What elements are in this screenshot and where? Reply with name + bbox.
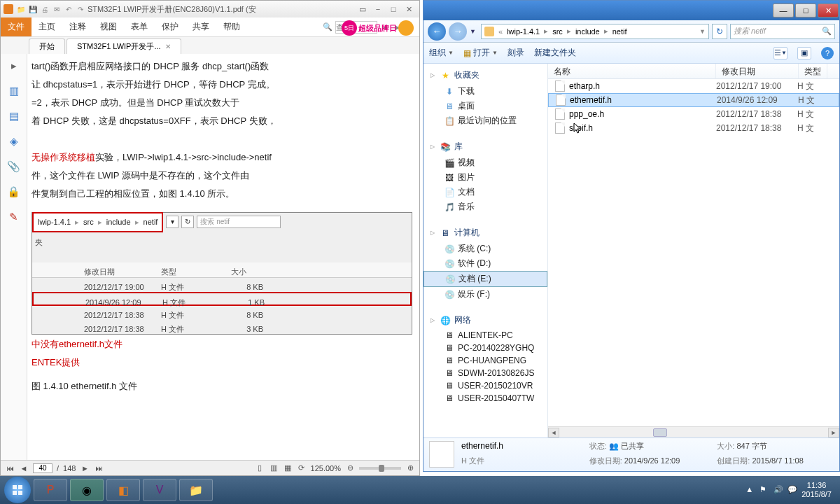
tree-pictures[interactable]: 🖼图片 xyxy=(424,170,547,185)
menu-share[interactable]: 共享 xyxy=(186,18,216,36)
close-button[interactable]: ✕ xyxy=(818,4,839,18)
preview-pane-button[interactable]: ▣ xyxy=(797,47,811,59)
undo-icon[interactable]: ↶ xyxy=(64,4,74,14)
prev-page-icon[interactable]: ◄ xyxy=(19,463,29,473)
close-button[interactable]: ✕ xyxy=(401,3,416,15)
tab-start[interactable]: 开始 xyxy=(29,38,65,54)
skin-icon[interactable]: ▭ xyxy=(355,3,370,15)
tree-drive-e[interactable]: 💿文档 (E:) xyxy=(424,271,547,287)
tree-net-5[interactable]: 🖥USER-20150407TW xyxy=(424,392,547,405)
pdf-content[interactable]: tart()函数开启相应网络接口的 DHCP 服务 dhcp_start()函数… xyxy=(27,54,419,460)
layout-single-icon[interactable]: ▯ xyxy=(255,463,265,473)
menu-help[interactable]: 帮助 xyxy=(216,18,247,36)
file-row[interactable]: slipif.h2012/12/17 18:38H 文 xyxy=(548,121,839,135)
scroll-left-icon[interactable]: ◄ xyxy=(548,428,559,438)
zoom-in-icon[interactable]: ⊕ xyxy=(405,463,415,473)
taskbar[interactable]: P ◉ ◧ V 📁 ▲ ⚑ 🔊 💬 11:36 2015/8/7 xyxy=(0,476,840,504)
tree-net-3[interactable]: 🖥SDWM-20130826JS xyxy=(424,367,547,379)
layout-rotate-icon[interactable]: ⟳ xyxy=(297,463,307,473)
tree-drive-f[interactable]: 💿娱乐 (F:) xyxy=(424,287,547,302)
search-box[interactable]: 搜索 netif🔍 xyxy=(730,24,835,39)
horizontal-scrollbar[interactable]: ◄ ► xyxy=(548,426,839,438)
explorer-titlebar[interactable]: — □ ✕ xyxy=(424,1,839,20)
minimize-button[interactable]: — xyxy=(773,4,794,18)
menu-protect[interactable]: 保护 xyxy=(155,18,186,36)
tree-favorites[interactable]: ▷★收藏夹 xyxy=(424,66,547,84)
sign-icon[interactable]: ✎ xyxy=(8,211,20,223)
print-icon[interactable]: 🖨 xyxy=(40,4,50,14)
file-row-selected[interactable]: ethernetif.h2014/9/26 12:09H 文 xyxy=(548,93,839,107)
scroll-right-icon[interactable]: ► xyxy=(828,428,839,438)
crumb-dropdown-icon[interactable]: ▼ xyxy=(699,28,706,35)
file-list[interactable]: 名称 修改日期 类型 etharp.h2012/12/17 19:00H 文 e… xyxy=(548,64,839,438)
expand-icon[interactable]: ▸ xyxy=(8,59,20,72)
lock-icon[interactable]: 🔒 xyxy=(8,186,20,198)
menu-form[interactable]: 表单 xyxy=(124,18,155,36)
layers-icon[interactable]: ◈ xyxy=(8,135,20,148)
system-tray[interactable]: ▲ ⚑ 🔊 💬 11:36 2015/8/7 xyxy=(746,481,836,499)
tree-downloads[interactable]: ⬇下载 xyxy=(424,84,547,99)
column-headers[interactable]: 名称 修改日期 类型 xyxy=(548,64,839,79)
tree-libraries[interactable]: ▷📚库 xyxy=(424,138,547,155)
history-dropdown-icon[interactable]: ▼ xyxy=(470,28,478,35)
tree-computer[interactable]: ▷🖥计算机 xyxy=(424,224,547,241)
open-icon[interactable]: 📁 xyxy=(16,4,26,14)
tab-close-icon[interactable]: ✕ xyxy=(165,43,171,50)
tray-up-icon[interactable]: ▲ xyxy=(746,485,755,495)
tree-net-4[interactable]: 🖥USER-20150210VR xyxy=(424,379,547,392)
tree-documents[interactable]: 📄文档 xyxy=(424,185,547,200)
menu-view[interactable]: 视图 xyxy=(93,18,124,36)
tree-music[interactable]: 🎵音乐 xyxy=(424,200,547,214)
taskbar-app-green[interactable]: ◉ xyxy=(70,479,104,501)
bookmark-icon[interactable]: ▥ xyxy=(8,85,20,97)
attach-icon[interactable]: 📎 xyxy=(8,160,20,173)
zoom-slider[interactable] xyxy=(359,467,401,470)
redo-icon[interactable]: ↷ xyxy=(76,4,85,14)
maximize-button[interactable]: □ xyxy=(386,3,401,15)
refresh-button[interactable]: ↻ xyxy=(712,24,727,39)
tree-net-0[interactable]: 🖥ALIENTEK-PC xyxy=(424,329,547,342)
crumb-1[interactable]: src xyxy=(550,27,566,36)
tree-videos[interactable]: 🎬视频 xyxy=(424,155,547,170)
last-page-icon[interactable]: ⏭ xyxy=(94,463,104,473)
breadcrumb[interactable]: « lwip-1.4.1▸ src▸ include▸ netif ▼ xyxy=(481,24,709,39)
menu-home[interactable]: 主页 xyxy=(31,18,62,36)
tree-desktop[interactable]: 🖥桌面 xyxy=(424,99,547,113)
pdf-titlebar[interactable]: 📁 💾 🖨 ✉ ↶ ↷ STM32F1 LWIP开发手册(ENC28J60)V1… xyxy=(1,1,419,18)
layout-facing-icon[interactable]: ▦ xyxy=(283,463,293,473)
view-mode-button[interactable]: ☰ ▼ xyxy=(774,47,788,59)
taskbar-foxit[interactable]: ◧ xyxy=(106,479,140,501)
promo-banner[interactable]: 5日 超级品牌日 xyxy=(342,20,414,36)
nav-tree[interactable]: ▷★收藏夹 ⬇下载 🖥桌面 📋最近访问的位置 ▷📚库 🎬视频 🖼图片 📄文档 🎵… xyxy=(424,64,548,438)
tray-net-icon[interactable]: 🔊 xyxy=(774,485,783,495)
organize-button[interactable]: 组织▼ xyxy=(429,47,454,59)
save-icon[interactable]: 💾 xyxy=(28,4,38,14)
tree-net-1[interactable]: 🖥PC-20140228YGHQ xyxy=(424,342,547,354)
forward-button[interactable]: → xyxy=(449,22,467,41)
tree-drive-d[interactable]: 💿软件 (D:) xyxy=(424,256,547,271)
taskbar-clock[interactable]: 11:36 2015/8/7 xyxy=(802,481,832,499)
help-button[interactable]: ? xyxy=(821,47,834,59)
file-row[interactable]: etharp.h2012/12/17 19:00H 文 xyxy=(548,79,839,93)
tree-recent[interactable]: 📋最近访问的位置 xyxy=(424,113,547,128)
col-name[interactable]: 名称 xyxy=(548,64,716,78)
maximize-button[interactable]: □ xyxy=(795,4,816,18)
col-type[interactable]: 类型 xyxy=(799,64,827,78)
taskbar-powerpoint[interactable]: P xyxy=(34,479,67,501)
minimize-button[interactable]: − xyxy=(370,3,386,15)
next-page-icon[interactable]: ► xyxy=(80,463,90,473)
col-date[interactable]: 修改日期 xyxy=(716,64,799,78)
first-page-icon[interactable]: ⏮ xyxy=(5,463,15,473)
tree-network[interactable]: ▷🌐网络 xyxy=(424,312,547,329)
zoom-out-icon[interactable]: ⊖ xyxy=(345,463,355,473)
start-button[interactable] xyxy=(4,477,31,503)
crumb-3[interactable]: netif xyxy=(610,27,630,36)
page-input[interactable] xyxy=(33,463,52,473)
taskbar-explorer[interactable]: 📁 xyxy=(179,479,213,501)
tray-comm-icon[interactable]: 💬 xyxy=(788,485,797,495)
search-icon[interactable]: 🔍 xyxy=(323,22,332,32)
crumb-2[interactable]: include xyxy=(573,27,603,36)
file-row[interactable]: ppp_oe.h2012/12/17 18:38H 文 xyxy=(548,107,839,121)
tree-net-2[interactable]: 🖥PC-HUANGPENG xyxy=(424,354,547,367)
taskbar-vs[interactable]: V xyxy=(143,479,176,501)
